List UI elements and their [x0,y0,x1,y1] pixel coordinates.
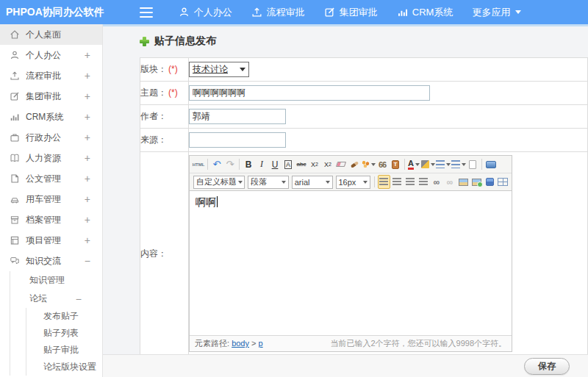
expand-plus-icon[interactable]: + [85,49,90,61]
sidebar-item-vehicle-mgmt[interactable]: 用车管理 + [0,189,102,209]
topnav-crm[interactable]: CRM系统 [397,6,453,19]
sidebar-item-document-mgmt[interactable]: 公文管理 + [0,168,102,189]
insert-image-button[interactable] [457,175,470,189]
sidebar-item-label: 流程审批 [26,70,61,82]
remove-format-button[interactable] [335,157,348,171]
collapse-minus-icon[interactable]: − [85,255,90,267]
paragraph-select[interactable]: 段落 [248,176,289,189]
app-logo[interactable]: PHPOA协同办公软件 [6,6,104,19]
path-p-link[interactable]: p [259,339,263,348]
sidebar-item-knowledge-mgmt[interactable]: 知识管理 [10,271,102,290]
html-source-button[interactable]: HTML [193,157,205,171]
save-button[interactable]: 保存 [524,358,570,375]
new-document-button[interactable] [467,157,479,171]
sidebar-item-archive-mgmt[interactable]: 档案管理 + [0,209,102,230]
subscript-button[interactable]: X2 [322,157,334,171]
sidebar-item-label: CRM系统 [26,111,63,123]
font-style-button[interactable]: A [282,157,295,171]
italic-button[interactable]: I [256,157,268,171]
collapse-minus-icon[interactable]: − [76,293,82,305]
bold-button[interactable]: B [243,157,255,171]
sidebar-item-hr[interactable]: 人力资源 + [0,148,102,168]
expand-plus-icon[interactable]: + [85,234,90,246]
sidebar-item-crm[interactable]: CRM系统 + [0,107,102,127]
toolbar-separator [207,159,208,170]
author-label: 作者： [140,111,167,121]
unordered-list-button[interactable] [451,157,466,171]
highlight-color-button[interactable] [421,157,435,171]
expand-plus-icon[interactable]: + [85,132,90,143]
blank-page-icon [469,160,476,169]
source-input[interactable] [189,132,286,148]
subject-label-cell: 主题：(*) [140,82,189,105]
rich-text-editor: HTML ↶ ↷ B I U A abc X2 X2 [189,155,512,352]
undo-button[interactable]: ↶ [211,157,223,171]
sidebar-item-post-publish[interactable]: 发布贴子 [26,308,102,325]
sidebar-item-workflow-approval[interactable]: 流程审批 + [0,65,102,86]
sidebar-item-post-approval[interactable]: 贴子审批 [26,342,102,359]
upload-image-button[interactable] [470,175,483,189]
sidebar-item-personal-desktop[interactable]: 个人桌面 [0,24,102,45]
ordered-list-button[interactable] [436,157,451,171]
author-input[interactable] [189,109,286,124]
caret-down-icon [282,181,286,184]
menu-icon[interactable] [140,7,153,18]
strikethrough-button[interactable]: abc [295,157,308,171]
sidebar-item-admin-office[interactable]: 行政办公 + [0,127,102,148]
subject-input[interactable] [189,85,430,101]
expand-plus-icon[interactable]: + [85,90,90,102]
archive-icon [10,215,20,225]
font-family-select[interactable]: arial [292,176,333,189]
toolbar-separator [374,176,375,187]
briefcase-icon [10,132,20,143]
expand-plus-icon[interactable]: + [85,111,90,123]
sidebar-item-post-list[interactable]: 贴子列表 [26,325,102,342]
sidebar-item-knowledge-exchange[interactable]: 知识交流 − [0,251,102,271]
topnav-group-approval[interactable]: 集团审批 [324,6,378,19]
expand-plus-icon[interactable]: + [85,152,90,164]
insert-link-button[interactable]: ∞ [431,175,443,189]
path-body-link[interactable]: body [232,339,249,348]
format-brush-button[interactable] [348,157,361,171]
paint-format-button[interactable] [362,157,376,171]
element-path: 元素路径: body > p [195,338,263,349]
sidebar-item-label: 行政办公 [26,132,61,144]
topnav-more-apps[interactable]: 更多应用 [472,6,521,19]
align-justify-button[interactable] [417,175,430,189]
board-label-cell: 版块：(*) [140,58,189,82]
fullscreen-button[interactable] [485,157,498,171]
align-left-button[interactable] [378,175,390,189]
monitor-icon [486,161,496,168]
align-center-icon [392,178,401,186]
sidebar-item-forum[interactable]: 论坛 − [10,290,102,308]
superscript-button[interactable]: X2 [309,157,321,171]
align-center-button[interactable] [391,175,404,189]
expand-plus-icon[interactable]: + [85,214,90,226]
expand-plus-icon[interactable]: + [85,70,90,82]
topnav-personal-office[interactable]: 个人办公 [179,6,232,19]
remove-link-button[interactable]: ∞ [444,175,456,189]
insert-media-button[interactable] [484,175,496,189]
sidebar-item-forum-board-settings[interactable]: 论坛版块设置 [26,359,102,376]
underline-button[interactable]: U [269,157,282,171]
font-color-button[interactable]: A [408,157,420,171]
insert-table-button[interactable] [497,175,509,189]
expand-plus-icon[interactable]: + [85,173,90,184]
blockquote-button[interactable]: 66 [376,157,389,171]
table-icon [498,178,508,186]
font-size-select[interactable]: 16px [336,176,371,189]
sidebar-item-label: 论坛版块设置 [43,361,96,373]
expand-plus-icon[interactable]: + [85,193,90,205]
editor-content-area[interactable]: 啊啊 [190,191,512,335]
paste-plain-text-button[interactable]: T [390,157,402,171]
topnav-workflow-approval[interactable]: 流程审批 [251,6,305,19]
align-right-button[interactable] [404,175,417,189]
sidebar-item-project-mgmt[interactable]: 项目管理 + [0,230,102,251]
sidebar-item-group-approval[interactable]: 集团审批 + [0,86,102,107]
sidebar-item-personal-office[interactable]: 个人办公 + [0,45,102,65]
heading-select[interactable]: 自定义标题 [193,176,245,189]
highlighter-icon [421,160,429,168]
board-select[interactable]: 技术讨论 [189,62,249,77]
footer-bar: 保存 [103,354,588,377]
redo-button[interactable]: ↷ [224,157,237,171]
